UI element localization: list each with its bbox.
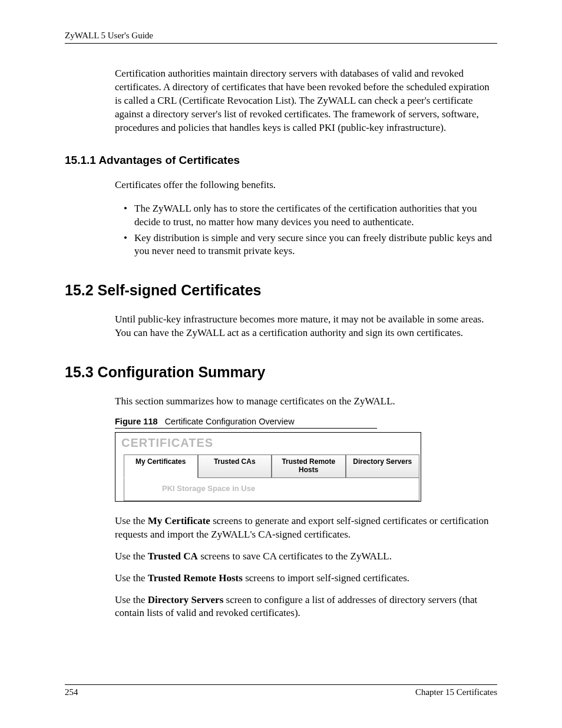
- page-footer: 254 Chapter 15 Certificates: [65, 684, 497, 697]
- config-summary-intro: This section summarizes how to manage ce…: [115, 395, 497, 409]
- self-signed-paragraph: Until public-key infrastructure becomes …: [115, 313, 497, 340]
- intro-paragraph: Certification authorities maintain direc…: [115, 67, 497, 135]
- running-header: ZyWALL 5 User's Guide: [65, 31, 497, 44]
- tab-row: My Certificates Trusted CAs Trusted Remo…: [124, 454, 419, 478]
- list-item: The ZyWALL only has to store the certifi…: [124, 202, 497, 229]
- heading-15-1-1: 15.1.1 Advantages of Certificates: [65, 154, 497, 167]
- tab-body: PKI Storage Space in Use: [124, 478, 419, 501]
- tab-my-certificates[interactable]: My Certificates: [124, 454, 198, 478]
- use-trusted-ca: Use the Trusted CA screens to save CA ce…: [115, 550, 497, 564]
- figure-caption: Figure 118 Certificate Configuration Ove…: [115, 417, 377, 429]
- chapter-label: Chapter 15 Certificates: [415, 687, 497, 697]
- use-trusted-remote-hosts: Use the Trusted Remote Hosts screens to …: [115, 572, 497, 585]
- pki-storage-label: PKI Storage Space in Use: [162, 484, 255, 493]
- certificates-panel: CERTIFICATES My Certificates Trusted CAs…: [115, 432, 421, 502]
- certificates-panel-title: CERTIFICATES: [115, 433, 421, 454]
- figure-caption-text: Certificate Configuration Overview: [165, 417, 295, 426]
- page-number: 254: [65, 687, 78, 697]
- advantages-list: The ZyWALL only has to store the certifi…: [124, 202, 497, 259]
- tab-trusted-cas[interactable]: Trusted CAs: [198, 454, 272, 478]
- advantages-intro: Certificates offer the following benefit…: [115, 179, 497, 192]
- heading-15-2: 15.2 Self-signed Certificates: [65, 282, 497, 299]
- use-my-certificate: Use the My Certificate screens to genera…: [115, 515, 497, 542]
- heading-15-3: 15.3 Configuration Summary: [65, 364, 497, 381]
- use-directory-servers: Use the Directory Servers screen to conf…: [115, 594, 497, 621]
- figure-label: Figure 118: [115, 417, 158, 426]
- tab-trusted-remote-hosts[interactable]: Trusted Remote Hosts: [272, 454, 346, 478]
- tab-directory-servers[interactable]: Directory Servers: [346, 454, 420, 478]
- list-item: Key distribution is simple and very secu…: [124, 232, 497, 259]
